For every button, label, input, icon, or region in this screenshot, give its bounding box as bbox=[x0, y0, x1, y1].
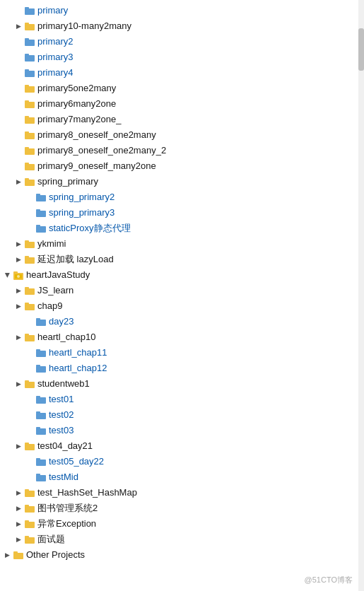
tree-arrow-icon[interactable] bbox=[13, 176, 24, 187]
svg-rect-44 bbox=[25, 335, 35, 341]
svg-rect-41 bbox=[25, 303, 29, 305]
tree-arrow-icon[interactable] bbox=[13, 487, 24, 498]
list-item[interactable]: test03 bbox=[0, 423, 353, 438]
svg-rect-28 bbox=[36, 226, 46, 233]
tree-arrow-icon[interactable] bbox=[13, 518, 24, 529]
tree-arrow-icon[interactable] bbox=[13, 332, 24, 343]
tree-arrow-icon[interactable] bbox=[1, 549, 13, 561]
tree-arrow-icon[interactable] bbox=[13, 534, 24, 545]
folder-icon bbox=[35, 347, 47, 358]
list-item[interactable]: primary3 bbox=[0, 49, 353, 65]
list-item[interactable]: spring_primary bbox=[0, 174, 353, 189]
tree-arrow-icon[interactable] bbox=[13, 21, 24, 32]
list-item[interactable]: day23 bbox=[0, 314, 353, 329]
list-item[interactable]: spring_primary3 bbox=[0, 205, 353, 221]
svg-rect-33 bbox=[25, 256, 29, 258]
list-item[interactable]: 延迟加载 lazyLoad bbox=[0, 252, 353, 267]
tree-arrow-icon[interactable] bbox=[1, 269, 13, 281]
svg-rect-70 bbox=[25, 537, 35, 544]
list-item[interactable]: 面试题 bbox=[0, 532, 353, 547]
scrollbar-thumb[interactable] bbox=[358, 28, 364, 71]
list-item[interactable]: heartl_chap10 bbox=[0, 329, 353, 345]
item-label: heartl_chap11 bbox=[49, 345, 107, 361]
list-item[interactable]: primary7many2one_ bbox=[0, 112, 353, 127]
list-item[interactable]: primary10-many2many bbox=[0, 18, 353, 34]
item-label: primary4 bbox=[37, 65, 74, 81]
svg-rect-67 bbox=[25, 505, 29, 507]
list-item[interactable]: test04_day21 bbox=[0, 438, 353, 454]
list-item[interactable]: heartJavaStudy bbox=[0, 267, 353, 283]
folder-icon bbox=[35, 316, 47, 327]
svg-rect-61 bbox=[36, 458, 40, 460]
list-item[interactable]: primary6many2one bbox=[0, 96, 353, 112]
item-label: primary3 bbox=[37, 49, 74, 65]
list-item[interactable]: testMid bbox=[0, 469, 353, 485]
folder-icon bbox=[24, 254, 35, 265]
list-item[interactable]: primary bbox=[0, 3, 353, 18]
list-item[interactable]: test01 bbox=[0, 392, 353, 407]
list-item[interactable]: studentweb1 bbox=[0, 376, 353, 392]
list-item[interactable]: Other Projects bbox=[0, 547, 353, 563]
item-label: ykmimi bbox=[37, 236, 66, 252]
svg-rect-2 bbox=[25, 24, 35, 30]
svg-rect-65 bbox=[25, 489, 29, 491]
item-label: test03 bbox=[49, 423, 74, 438]
tree-arrow-icon[interactable] bbox=[13, 503, 24, 514]
tree-arrow-icon[interactable] bbox=[13, 254, 24, 265]
list-item[interactable]: 异常Exception bbox=[0, 516, 353, 532]
list-item[interactable]: staticProxy静态代理 bbox=[0, 221, 353, 236]
list-item[interactable]: 图书管理系统2 bbox=[0, 501, 353, 516]
list-item[interactable]: heartl_chap12 bbox=[0, 361, 353, 376]
folder-icon bbox=[24, 160, 35, 172]
list-item[interactable]: test05_day22 bbox=[0, 454, 353, 469]
tree-arrow-icon[interactable] bbox=[13, 378, 24, 390]
svg-rect-55 bbox=[36, 411, 40, 414]
list-item[interactable]: primary9_oneself_many2one bbox=[0, 158, 353, 174]
svg-rect-0 bbox=[25, 8, 35, 15]
svg-rect-64 bbox=[25, 491, 35, 497]
item-label: primary6many2one bbox=[37, 96, 116, 112]
svg-rect-8 bbox=[25, 71, 35, 77]
item-label: day23 bbox=[49, 314, 74, 329]
svg-rect-20 bbox=[25, 164, 35, 170]
folder-icon bbox=[24, 52, 35, 63]
item-label: Other Projects bbox=[26, 547, 85, 563]
list-item[interactable]: primary5one2many bbox=[0, 81, 353, 96]
svg-rect-63 bbox=[36, 474, 40, 476]
item-label: spring_primary bbox=[37, 174, 98, 189]
svg-rect-39 bbox=[25, 287, 29, 289]
list-item[interactable]: primary4 bbox=[0, 65, 353, 81]
list-item[interactable]: ykmimi bbox=[0, 236, 353, 252]
tree-arrow-icon[interactable] bbox=[13, 285, 24, 296]
svg-rect-13 bbox=[25, 100, 29, 103]
scrollbar[interactable] bbox=[358, 0, 364, 591]
list-item[interactable]: primary8_oneself_one2many bbox=[0, 127, 353, 143]
svg-rect-16 bbox=[25, 133, 35, 139]
svg-rect-30 bbox=[25, 242, 35, 248]
list-item[interactable]: primary8_oneself_one2many_2 bbox=[0, 143, 353, 158]
svg-rect-56 bbox=[36, 428, 46, 435]
folder-icon bbox=[24, 238, 35, 250]
folder-icon bbox=[35, 456, 47, 467]
list-item[interactable]: JS_learn bbox=[0, 283, 353, 298]
list-item[interactable]: test02 bbox=[0, 407, 353, 423]
list-item[interactable]: primary2 bbox=[0, 34, 353, 49]
tree-arrow-icon[interactable] bbox=[13, 440, 24, 452]
tree-arrow-icon[interactable] bbox=[13, 238, 24, 250]
list-item[interactable]: heartl_chap11 bbox=[0, 345, 353, 361]
list-item[interactable]: spring_primary2 bbox=[0, 189, 353, 205]
svg-rect-60 bbox=[36, 460, 46, 466]
folder-icon bbox=[35, 363, 47, 374]
folder-icon bbox=[24, 332, 35, 343]
svg-rect-32 bbox=[25, 257, 35, 264]
list-item[interactable]: test_HashSet_HashMap bbox=[0, 485, 353, 501]
folder-icon bbox=[35, 409, 47, 421]
item-label: JS_learn bbox=[37, 283, 74, 298]
svg-point-37 bbox=[17, 275, 20, 278]
tree-arrow-icon[interactable] bbox=[13, 300, 24, 312]
svg-rect-71 bbox=[25, 536, 29, 538]
folder-icon bbox=[24, 378, 35, 390]
svg-rect-25 bbox=[36, 194, 40, 196]
list-item[interactable]: chap9 bbox=[0, 298, 353, 314]
svg-rect-12 bbox=[25, 102, 35, 108]
